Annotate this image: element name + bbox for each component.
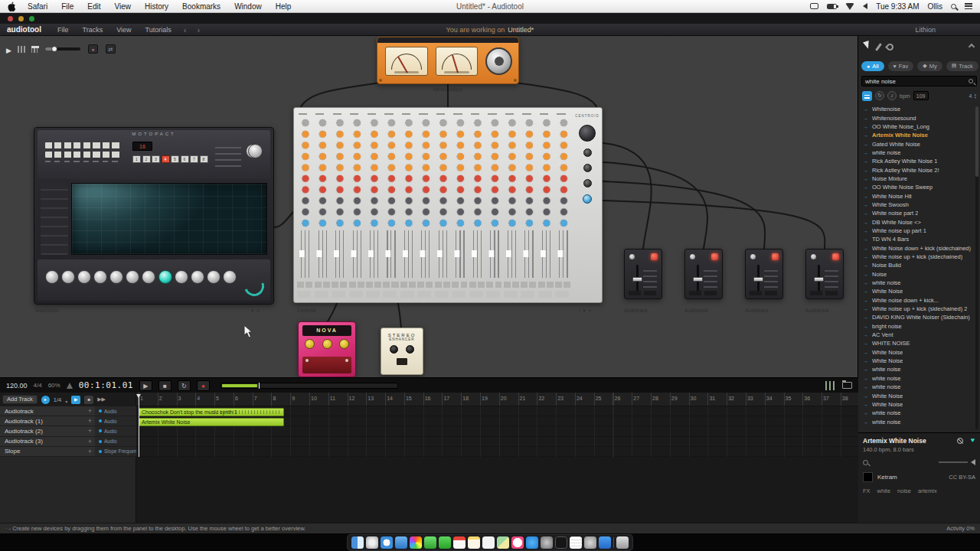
quantize-caret-icon[interactable] (65, 393, 67, 406)
track-type-badge[interactable]: Audio (95, 426, 136, 435)
sample-result-row[interactable]: White noise part 2 (858, 209, 980, 217)
results-scrollbar[interactable] (975, 106, 978, 429)
slider-handle[interactable] (51, 46, 57, 52)
step-button[interactable]: 6 (181, 155, 189, 163)
record-button[interactable] (88, 44, 98, 54)
sample-result-row[interactable]: Whitenoise (858, 105, 980, 113)
track-row[interactable]: Audiotrack (3) Audio (0, 437, 136, 447)
sample-result-row[interactable]: White Noise (858, 391, 980, 399)
battery-icon[interactable] (827, 4, 837, 9)
dock-app-icon[interactable] (410, 536, 422, 549)
centroid-mixer-device[interactable]: CENTROID (293, 107, 603, 303)
dock-app-icon[interactable] (439, 536, 451, 549)
bpm-value[interactable]: 109 (913, 91, 929, 100)
menu-item[interactable]: Help (269, 2, 299, 11)
minimize-window-button[interactable] (18, 16, 24, 21)
notification-center-icon[interactable] (965, 3, 972, 9)
browser-folder-icon[interactable] (842, 382, 852, 389)
audiotrack-device[interactable] (624, 249, 662, 299)
snap-mode-icon[interactable]: ▸ (41, 396, 50, 404)
dock-app-icon[interactable] (584, 536, 596, 549)
sample-result-row[interactable]: Rick Astley White Noise 2! (858, 165, 980, 174)
sample-result-row[interactable]: DAVID KING White Noiser (Sidechain) (858, 313, 980, 321)
dock-app-icon[interactable] (570, 536, 582, 549)
nova-pedal-device[interactable]: NOVA (298, 321, 356, 377)
sequencer-screen[interactable] (71, 183, 267, 255)
track-type-badge[interactable]: Audio (95, 437, 136, 446)
author-avatar[interactable] (863, 472, 873, 482)
aux-knob-2[interactable] (583, 164, 592, 172)
sample-result-row[interactable]: White Noise down + kick (sidechained) (858, 244, 980, 253)
parameter-knob[interactable] (191, 270, 204, 284)
piano-icon[interactable] (31, 46, 39, 53)
sample-result-row[interactable]: TD WN 4 Bars (858, 235, 980, 243)
gain-knob[interactable] (689, 253, 696, 260)
footswitch[interactable] (302, 357, 351, 373)
undo-button[interactable]: ‹ (178, 25, 192, 34)
add-region-button[interactable] (88, 407, 95, 415)
step-button[interactable]: 7 (190, 155, 198, 163)
level-knob[interactable] (339, 339, 349, 349)
play-button[interactable]: ▶ (139, 380, 152, 391)
dock-app-icon[interactable] (497, 536, 509, 549)
song-progress-bar[interactable] (220, 383, 398, 389)
sample-result-row[interactable]: White Swoosh (858, 201, 980, 209)
search-icon[interactable] (969, 79, 973, 83)
sample-result-row[interactable]: White Noise (858, 348, 980, 357)
sample-result-row[interactable]: White Noise Hit (858, 191, 980, 200)
dock-app-icon[interactable] (424, 536, 436, 549)
timeline-play-button[interactable]: ▶ (71, 396, 80, 404)
sample-result-row[interactable]: bright noise (858, 322, 980, 331)
parameter-knob[interactable] (109, 270, 123, 284)
block-icon[interactable] (957, 438, 963, 444)
speaker-icon[interactable] (971, 459, 975, 465)
parameter-knob[interactable] (207, 270, 220, 284)
record-led[interactable] (832, 253, 839, 260)
sample-result-row[interactable]: OO White Noise_Long (858, 122, 980, 131)
sample-result-row[interactable]: DB White Noise <> (858, 217, 980, 226)
mixer-knob-row[interactable] (297, 129, 573, 173)
mixer-knob-bands[interactable] (297, 117, 573, 229)
audiotrack-device[interactable] (745, 249, 783, 299)
collapse-device-icon[interactable] (583, 308, 585, 314)
author-name[interactable]: Ketram (877, 474, 897, 481)
record-button[interactable]: ● (197, 380, 210, 391)
scrollbar-thumb[interactable] (975, 106, 978, 177)
dock-app-icon[interactable] (381, 536, 393, 549)
sample-result-row[interactable]: WHITE NOISE (858, 339, 980, 347)
gain-knob[interactable] (810, 253, 817, 260)
audiotrack-device[interactable] (684, 249, 723, 299)
sample-result-row[interactable]: AC Vent (858, 331, 980, 339)
arrangement-grid[interactable]: Chocochok Don't stop the music synth 1 A… (136, 406, 858, 457)
sample-result-row[interactable]: White Noise (858, 400, 980, 409)
track-row[interactable]: Slope Slope Frequency (0, 447, 136, 457)
menu-item[interactable]: Edit (80, 2, 107, 11)
track-row[interactable]: Audiotrack (1) Audio (0, 416, 136, 426)
search-input[interactable] (865, 78, 969, 85)
stop-button[interactable]: ■ (158, 380, 172, 391)
length-display[interactable]: 16 (132, 142, 152, 151)
volume-fader[interactable] (814, 277, 824, 282)
bpm-display[interactable]: 120.00 (6, 382, 28, 390)
dock-app-icon[interactable] (351, 536, 364, 549)
parameter-knob[interactable] (77, 270, 91, 284)
tone-knob[interactable] (322, 339, 332, 349)
sample-result-row[interactable]: white noise (858, 417, 980, 425)
aux-knob-3[interactable] (583, 179, 592, 187)
mixer-knob-row[interactable] (297, 195, 573, 217)
track-type-badge[interactable]: Slope Frequency (95, 447, 136, 456)
browser-tab[interactable]: ▤ Track (946, 61, 978, 71)
dock-app-icon[interactable] (616, 536, 629, 549)
remove-device-icon[interactable] (256, 308, 260, 314)
stereo-enhancer-device[interactable]: STEREO ENHANCER (381, 328, 423, 375)
clock[interactable]: Tue 9:33 AM (876, 2, 919, 11)
dock-app-icon[interactable] (599, 536, 611, 549)
bars-value[interactable]: 4 (969, 93, 972, 99)
mixer-knob-row[interactable] (297, 217, 573, 229)
tag[interactable]: FX (863, 487, 871, 494)
sample-result-row[interactable]: Noise Build (858, 261, 980, 269)
browser-tab[interactable]: ● All (861, 61, 884, 71)
sample-result-row[interactable]: OO White Noise Sweep (858, 183, 980, 191)
playhead[interactable] (139, 394, 139, 457)
record-led[interactable] (651, 253, 658, 260)
